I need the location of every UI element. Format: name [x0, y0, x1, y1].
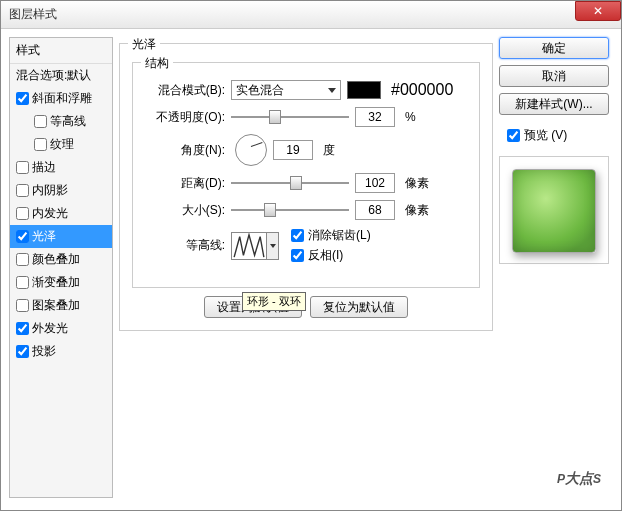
invert-checkbox[interactable]: 反相(I)	[291, 247, 371, 264]
cancel-button[interactable]: 取消	[499, 65, 609, 87]
contour-label: 等高线:	[145, 237, 225, 254]
close-icon: ✕	[593, 4, 603, 18]
angle-label: 角度(N):	[145, 142, 225, 159]
layer-style-dialog: 图层样式 ✕ 样式 混合选项:默认 斜面和浮雕等高线纹理描边内阴影内发光光泽颜色…	[0, 0, 622, 511]
size-unit: 像素	[405, 202, 429, 219]
opacity-slider[interactable]	[231, 108, 349, 126]
sidebar-item-8[interactable]: 渐变叠加	[10, 271, 112, 294]
distance-label: 距离(D):	[145, 175, 225, 192]
titlebar[interactable]: 图层样式 ✕	[1, 1, 621, 29]
right-column: 确定 取消 新建样式(W)... 预览 (V)	[499, 37, 609, 498]
sidebar-checkbox[interactable]	[16, 207, 29, 220]
sidebar-item-7[interactable]: 颜色叠加	[10, 248, 112, 271]
sidebar-item-5[interactable]: 内发光	[10, 202, 112, 225]
sidebar-item-label: 等高线	[50, 113, 86, 130]
sidebar-checkbox[interactable]	[16, 161, 29, 174]
sidebar-item-0[interactable]: 斜面和浮雕	[10, 87, 112, 110]
main-panel: 光泽 结构 混合模式(B): 实色混合 #000000 不透明度(O):	[119, 37, 493, 498]
sidebar-checkbox[interactable]	[16, 184, 29, 197]
sidebar-item-label: 内发光	[32, 205, 68, 222]
sidebar-checkbox[interactable]	[16, 299, 29, 312]
sidebar-item-9[interactable]: 图案叠加	[10, 294, 112, 317]
styles-sidebar: 样式 混合选项:默认 斜面和浮雕等高线纹理描边内阴影内发光光泽颜色叠加渐变叠加图…	[9, 37, 113, 498]
sidebar-item-6[interactable]: 光泽	[10, 225, 112, 248]
sidebar-item-label: 描边	[32, 159, 56, 176]
sidebar-checkbox[interactable]	[16, 276, 29, 289]
window-title: 图层样式	[9, 6, 57, 23]
preview-panel	[499, 156, 609, 264]
sidebar-item-label: 外发光	[32, 320, 68, 337]
sidebar-item-label: 斜面和浮雕	[32, 90, 92, 107]
preview-thumbnail	[512, 169, 596, 253]
sidebar-checkbox[interactable]	[16, 92, 29, 105]
color-hex: #000000	[391, 81, 453, 99]
sidebar-item-10[interactable]: 外发光	[10, 317, 112, 340]
distance-unit: 像素	[405, 175, 429, 192]
sidebar-blend-options[interactable]: 混合选项:默认	[10, 64, 112, 87]
sidebar-item-3[interactable]: 描边	[10, 156, 112, 179]
ok-button[interactable]: 确定	[499, 37, 609, 59]
opacity-unit: %	[405, 110, 416, 124]
sidebar-checkbox[interactable]	[34, 138, 47, 151]
contour-tooltip: 环形 - 双环	[242, 292, 306, 311]
sidebar-item-11[interactable]: 投影	[10, 340, 112, 363]
angle-input[interactable]	[273, 140, 313, 160]
contour-preview[interactable]	[231, 232, 267, 260]
blend-mode-label: 混合模式(B):	[145, 82, 225, 99]
color-swatch[interactable]	[347, 81, 381, 99]
sidebar-item-2[interactable]: 纹理	[10, 133, 112, 156]
sidebar-checkbox[interactable]	[16, 345, 29, 358]
size-label: 大小(S):	[145, 202, 225, 219]
sidebar-item-label: 纹理	[50, 136, 74, 153]
sidebar-item-1[interactable]: 等高线	[10, 110, 112, 133]
antialias-checkbox[interactable]: 消除锯齿(L)	[291, 227, 371, 244]
size-input[interactable]	[355, 200, 395, 220]
contour-dropdown[interactable]	[267, 232, 279, 260]
reset-default-button[interactable]: 复位为默认值	[310, 296, 408, 318]
preview-checkbox[interactable]: 预览 (V)	[507, 127, 609, 144]
sidebar-item-label: 内阴影	[32, 182, 68, 199]
close-button[interactable]: ✕	[575, 1, 621, 21]
sidebar-item-4[interactable]: 内阴影	[10, 179, 112, 202]
sidebar-item-label: 渐变叠加	[32, 274, 80, 291]
panel-title: 光泽	[128, 36, 160, 53]
sidebar-item-label: 投影	[32, 343, 56, 360]
blend-mode-select[interactable]: 实色混合	[231, 80, 341, 100]
size-slider[interactable]	[231, 201, 349, 219]
distance-slider[interactable]	[231, 174, 349, 192]
sidebar-checkbox[interactable]	[34, 115, 47, 128]
sidebar-checkbox[interactable]	[16, 322, 29, 335]
sidebar-checkbox[interactable]	[16, 230, 29, 243]
opacity-label: 不透明度(O):	[145, 109, 225, 126]
sidebar-item-label: 颜色叠加	[32, 251, 80, 268]
angle-dial[interactable]	[235, 134, 267, 166]
sidebar-checkbox[interactable]	[16, 253, 29, 266]
sidebar-header: 样式	[10, 38, 112, 64]
sidebar-item-label: 光泽	[32, 228, 56, 245]
section-title: 结构	[141, 55, 173, 72]
new-style-button[interactable]: 新建样式(W)...	[499, 93, 609, 115]
opacity-input[interactable]	[355, 107, 395, 127]
distance-input[interactable]	[355, 173, 395, 193]
angle-unit: 度	[323, 142, 335, 159]
sidebar-item-label: 图案叠加	[32, 297, 80, 314]
